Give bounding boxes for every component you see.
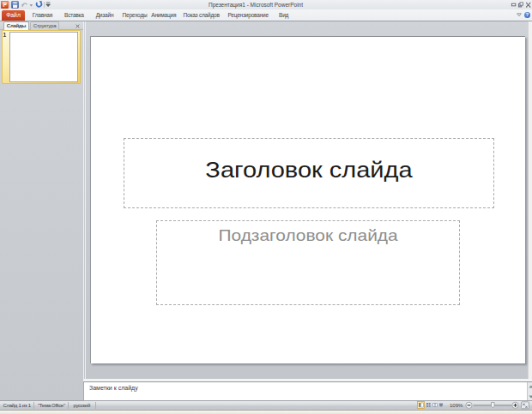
svg-text:P: P (3, 2, 7, 8)
